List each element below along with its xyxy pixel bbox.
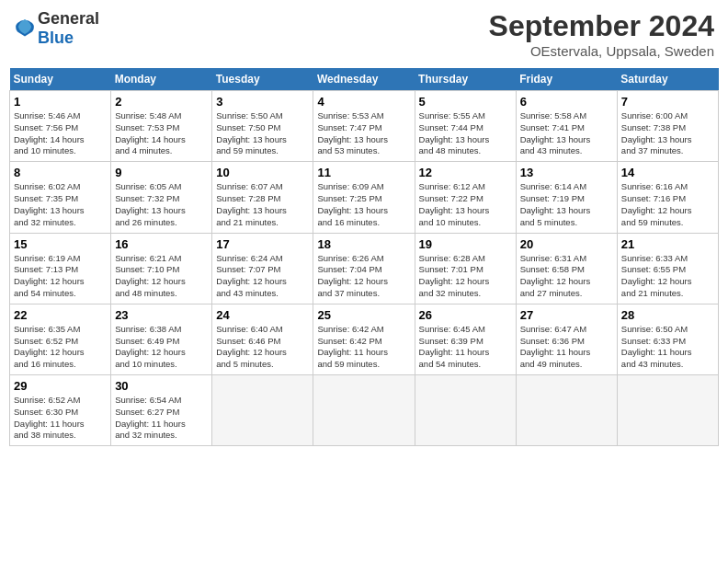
day-cell-9: 9 Sunrise: 6:05 AMSunset: 7:32 PMDayligh…: [111, 162, 212, 233]
day-cell-14: 14 Sunrise: 6:16 AMSunset: 7:16 PMDaylig…: [617, 162, 718, 233]
empty-cell: [212, 375, 313, 446]
day-info: Sunrise: 6:19 AMSunset: 7:13 PMDaylight:…: [14, 253, 107, 300]
day-info: Sunrise: 5:48 AMSunset: 7:53 PMDaylight:…: [115, 110, 208, 157]
day-number: 21: [621, 237, 714, 251]
day-number: 1: [14, 95, 107, 109]
day-number: 3: [216, 95, 309, 109]
day-cell-30: 30 Sunrise: 6:54 AMSunset: 6:27 PMDaylig…: [111, 375, 212, 446]
day-number: 11: [317, 166, 410, 179]
day-info: Sunrise: 5:53 AMSunset: 7:47 PMDaylight:…: [317, 110, 410, 157]
day-cell-11: 11 Sunrise: 6:09 AMSunset: 7:25 PMDaylig…: [313, 162, 415, 233]
header-monday: Monday: [111, 68, 212, 91]
day-info: Sunrise: 6:02 AMSunset: 7:35 PMDaylight:…: [14, 181, 107, 228]
day-number: 14: [621, 166, 714, 179]
header-sunday: Sunday: [10, 68, 111, 91]
page-header: General Blue September 2024 OEstervala, …: [9, 9, 719, 59]
day-number: 2: [115, 95, 208, 109]
day-info: Sunrise: 6:38 AMSunset: 6:49 PMDaylight:…: [115, 324, 208, 371]
logo-text: General Blue: [38, 9, 99, 48]
day-info: Sunrise: 6:00 AMSunset: 7:38 PMDaylight:…: [621, 110, 714, 157]
day-number: 13: [520, 166, 613, 179]
day-cell-27: 27 Sunrise: 6:47 AMSunset: 6:36 PMDaylig…: [516, 304, 617, 374]
day-cell-3: 3 Sunrise: 5:50 AMSunset: 7:50 PMDayligh…: [212, 91, 313, 162]
day-cell-7: 7 Sunrise: 6:00 AMSunset: 7:38 PMDayligh…: [617, 91, 718, 162]
header-thursday: Thursday: [415, 68, 516, 91]
day-info: Sunrise: 6:12 AMSunset: 7:22 PMDaylight:…: [419, 181, 512, 228]
day-number: 12: [419, 166, 512, 179]
day-cell-5: 5 Sunrise: 5:55 AMSunset: 7:44 PMDayligh…: [415, 91, 516, 162]
calendar-table: Sunday Monday Tuesday Wednesday Thursday…: [9, 68, 719, 446]
day-info: Sunrise: 6:16 AMSunset: 7:16 PMDaylight:…: [621, 181, 714, 228]
day-cell-28: 28 Sunrise: 6:50 AMSunset: 6:33 PMDaylig…: [617, 304, 718, 374]
day-number: 16: [115, 237, 208, 251]
day-cell-2: 2 Sunrise: 5:48 AMSunset: 7:53 PMDayligh…: [111, 91, 212, 162]
day-number: 30: [115, 379, 208, 393]
day-number: 8: [14, 166, 107, 179]
day-number: 23: [115, 308, 208, 322]
day-cell-4: 4 Sunrise: 5:53 AMSunset: 7:47 PMDayligh…: [313, 91, 415, 162]
day-info: Sunrise: 6:50 AMSunset: 6:33 PMDaylight:…: [621, 324, 714, 371]
day-number: 5: [419, 95, 512, 109]
day-cell-24: 24 Sunrise: 6:40 AMSunset: 6:46 PMDaylig…: [212, 304, 313, 374]
day-info: Sunrise: 6:28 AMSunset: 7:01 PMDaylight:…: [419, 253, 512, 300]
calendar-subtitle: OEstervala, Uppsala, Sweden: [489, 43, 714, 59]
day-number: 7: [621, 95, 714, 109]
day-cell-21: 21 Sunrise: 6:33 AMSunset: 6:55 PMDaylig…: [617, 233, 718, 304]
day-cell-13: 13 Sunrise: 6:14 AMSunset: 7:19 PMDaylig…: [516, 162, 617, 233]
header-friday: Friday: [516, 68, 617, 91]
day-info: Sunrise: 6:26 AMSunset: 7:04 PMDaylight:…: [317, 253, 410, 300]
day-info: Sunrise: 6:52 AMSunset: 6:30 PMDaylight:…: [14, 395, 107, 442]
day-cell-6: 6 Sunrise: 5:58 AMSunset: 7:41 PMDayligh…: [516, 91, 617, 162]
day-info: Sunrise: 6:33 AMSunset: 6:55 PMDaylight:…: [621, 253, 714, 300]
day-number: 24: [216, 308, 309, 322]
day-info: Sunrise: 6:47 AMSunset: 6:36 PMDaylight:…: [520, 324, 613, 371]
day-cell-16: 16 Sunrise: 6:21 AMSunset: 7:10 PMDaylig…: [111, 233, 212, 304]
day-cell-26: 26 Sunrise: 6:45 AMSunset: 6:39 PMDaylig…: [415, 304, 516, 374]
day-info: Sunrise: 5:50 AMSunset: 7:50 PMDaylight:…: [216, 110, 309, 157]
day-cell-12: 12 Sunrise: 6:12 AMSunset: 7:22 PMDaylig…: [415, 162, 516, 233]
day-cell-1: 1 Sunrise: 5:46 AMSunset: 7:56 PMDayligh…: [10, 91, 111, 162]
empty-cell: [313, 375, 415, 446]
day-cell-23: 23 Sunrise: 6:38 AMSunset: 6:49 PMDaylig…: [111, 304, 212, 374]
day-number: 6: [520, 95, 613, 109]
day-cell-15: 15 Sunrise: 6:19 AMSunset: 7:13 PMDaylig…: [10, 233, 111, 304]
day-info: Sunrise: 6:40 AMSunset: 6:46 PMDaylight:…: [216, 324, 309, 371]
day-number: 15: [14, 237, 107, 251]
day-cell-19: 19 Sunrise: 6:28 AMSunset: 7:01 PMDaylig…: [415, 233, 516, 304]
empty-cell: [415, 375, 516, 446]
day-info: Sunrise: 6:14 AMSunset: 7:19 PMDaylight:…: [520, 181, 613, 228]
day-number: 9: [115, 166, 208, 179]
header-wednesday: Wednesday: [313, 68, 415, 91]
day-info: Sunrise: 5:46 AMSunset: 7:56 PMDaylight:…: [14, 110, 107, 157]
day-number: 28: [621, 308, 714, 322]
day-info: Sunrise: 6:35 AMSunset: 6:52 PMDaylight:…: [14, 324, 107, 371]
day-number: 27: [520, 308, 613, 322]
day-info: Sunrise: 6:07 AMSunset: 7:28 PMDaylight:…: [216, 181, 309, 228]
day-info: Sunrise: 6:05 AMSunset: 7:32 PMDaylight:…: [115, 181, 208, 228]
calendar-title: September 2024: [489, 9, 714, 43]
day-cell-18: 18 Sunrise: 6:26 AMSunset: 7:04 PMDaylig…: [313, 233, 415, 304]
day-cell-22: 22 Sunrise: 6:35 AMSunset: 6:52 PMDaylig…: [10, 304, 111, 374]
day-cell-20: 20 Sunrise: 6:31 AMSunset: 6:58 PMDaylig…: [516, 233, 617, 304]
day-cell-10: 10 Sunrise: 6:07 AMSunset: 7:28 PMDaylig…: [212, 162, 313, 233]
day-cell-8: 8 Sunrise: 6:02 AMSunset: 7:35 PMDayligh…: [10, 162, 111, 233]
day-number: 26: [419, 308, 512, 322]
header-tuesday: Tuesday: [212, 68, 313, 91]
day-cell-25: 25 Sunrise: 6:42 AMSunset: 6:42 PMDaylig…: [313, 304, 415, 374]
day-info: Sunrise: 6:21 AMSunset: 7:10 PMDaylight:…: [115, 253, 208, 300]
day-info: Sunrise: 6:24 AMSunset: 7:07 PMDaylight:…: [216, 253, 309, 300]
day-number: 25: [317, 308, 410, 322]
logo: General Blue: [14, 9, 99, 48]
day-number: 20: [520, 237, 613, 251]
day-info: Sunrise: 6:45 AMSunset: 6:39 PMDaylight:…: [419, 324, 512, 371]
day-number: 4: [317, 95, 410, 109]
day-number: 19: [419, 237, 512, 251]
title-block: September 2024 OEstervala, Uppsala, Swed…: [489, 9, 714, 59]
day-cell-29: 29 Sunrise: 6:52 AMSunset: 6:30 PMDaylig…: [10, 375, 111, 446]
day-number: 29: [14, 379, 107, 393]
day-info: Sunrise: 5:58 AMSunset: 7:41 PMDaylight:…: [520, 110, 613, 157]
day-number: 22: [14, 308, 107, 322]
day-info: Sunrise: 6:54 AMSunset: 6:27 PMDaylight:…: [115, 395, 208, 442]
day-info: Sunrise: 6:31 AMSunset: 6:58 PMDaylight:…: [520, 253, 613, 300]
day-number: 10: [216, 166, 309, 179]
